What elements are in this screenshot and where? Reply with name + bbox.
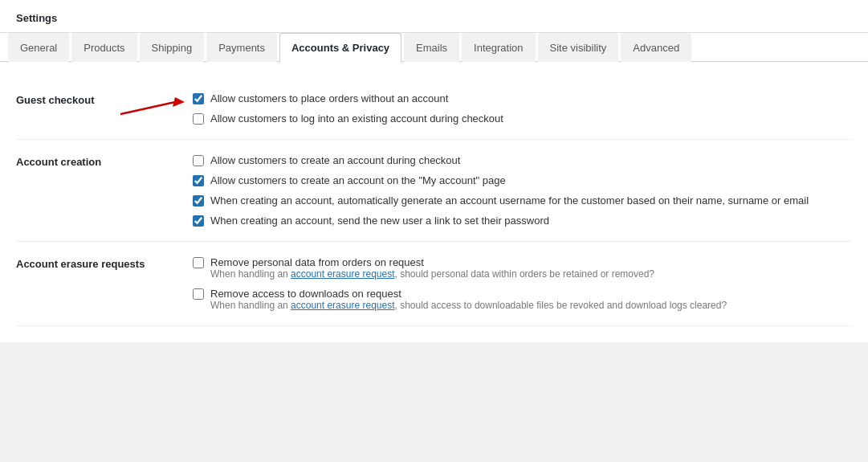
checkbox-label-guest_checkout_place_orders[interactable]: Allow customers to place orders without … [210, 92, 448, 104]
option-wrapper-guest_checkout_place_orders: Allow customers to place orders without … [193, 92, 852, 104]
page-title-bar: Settings [0, 0, 868, 33]
helper-link-erasure_downloads[interactable]: account erasure request [291, 300, 394, 311]
section-account_creation: Account creationAllow customers to creat… [16, 140, 852, 242]
tab-payments[interactable]: Payments [206, 33, 277, 62]
checkbox-row-account_create_my_account: Allow customers to create an account on … [193, 174, 852, 186]
helper-text-erasure_orders: When handling an account erasure request… [210, 268, 852, 280]
helper-link-erasure_orders[interactable]: account erasure request [291, 268, 394, 280]
checkbox-row-account_auto_username: When creating an account, automatically … [193, 194, 852, 206]
option-wrapper-guest_checkout_log_in: Allow customers to log into an existing … [193, 112, 852, 125]
checkbox-label-guest_checkout_log_in[interactable]: Allow customers to log into an existing … [210, 112, 503, 125]
option-wrapper-account_send_password_link: When creating an account, send the new u… [193, 215, 852, 227]
checkbox-label-account_send_password_link[interactable]: When creating an account, send the new u… [210, 215, 549, 227]
checkbox-row-erasure_downloads: Remove access to downloads on request [193, 288, 852, 300]
helper-text-erasure_downloads: When handling an account erasure request… [210, 300, 852, 311]
checkbox-row-erasure_orders: Remove personal data from orders on requ… [193, 256, 852, 268]
checkbox-account_create_my_account[interactable] [193, 175, 204, 186]
checkbox-guest_checkout_log_in[interactable] [193, 113, 204, 125]
section-guest_checkout: Guest checkoutAllow customers to place o… [16, 78, 852, 140]
tab-site-visibility[interactable]: Site visibility [538, 33, 619, 62]
tab-integration[interactable]: Integration [462, 33, 535, 62]
page-wrapper: Settings GeneralProductsShippingPayments… [0, 0, 868, 462]
tab-general[interactable]: General [8, 33, 69, 62]
section-controls-account_creation: Allow customers to create an account dur… [193, 154, 852, 227]
option-wrapper-account_create_my_account: Allow customers to create an account on … [193, 174, 852, 186]
settings-content: Guest checkoutAllow customers to place o… [0, 62, 868, 342]
checkbox-row-account_create_during_checkout: Allow customers to create an account dur… [193, 154, 852, 166]
option-wrapper-account_auto_username: When creating an account, automatically … [193, 194, 852, 206]
section-label-account_erasure: Account erasure requests [16, 256, 193, 311]
page-title: Settings [16, 12, 57, 24]
checkbox-account_send_password_link[interactable] [193, 215, 204, 227]
option-wrapper-account_create_during_checkout: Allow customers to create an account dur… [193, 154, 852, 166]
section-label-account_creation: Account creation [16, 154, 193, 227]
tab-emails[interactable]: Emails [404, 33, 459, 62]
section-account_erasure: Account erasure requestsRemove personal … [16, 242, 852, 326]
checkbox-erasure_downloads[interactable] [193, 288, 204, 300]
checkbox-label-erasure_orders[interactable]: Remove personal data from orders on requ… [210, 256, 424, 268]
checkbox-erasure_orders[interactable] [193, 257, 204, 268]
checkbox-label-account_auto_username[interactable]: When creating an account, automatically … [210, 194, 809, 206]
checkbox-row-guest_checkout_place_orders: Allow customers to place orders without … [193, 92, 852, 104]
tab-shipping[interactable]: Shipping [140, 33, 205, 62]
section-label-guest_checkout: Guest checkout [16, 92, 193, 125]
section-controls-guest_checkout: Allow customers to place orders without … [193, 92, 852, 125]
checkbox-row-guest_checkout_log_in: Allow customers to log into an existing … [193, 112, 852, 125]
checkbox-account_create_during_checkout[interactable] [193, 155, 204, 166]
checkbox-row-account_send_password_link: When creating an account, send the new u… [193, 215, 852, 227]
tab-accounts-privacy[interactable]: Accounts & Privacy [279, 33, 401, 62]
section-controls-account_erasure: Remove personal data from orders on requ… [193, 256, 852, 311]
tabs-nav: GeneralProductsShippingPaymentsAccounts … [0, 33, 868, 62]
option-wrapper-erasure_downloads: Remove access to downloads on requestWhe… [193, 288, 852, 311]
checkbox-label-account_create_during_checkout[interactable]: Allow customers to create an account dur… [210, 154, 460, 166]
option-wrapper-erasure_orders: Remove personal data from orders on requ… [193, 256, 852, 280]
checkbox-label-account_create_my_account[interactable]: Allow customers to create an account on … [210, 174, 506, 186]
tab-products[interactable]: Products [71, 33, 137, 62]
checkbox-account_auto_username[interactable] [193, 195, 204, 206]
checkbox-guest_checkout_place_orders[interactable] [193, 93, 204, 104]
tab-advanced[interactable]: Advanced [621, 33, 691, 62]
checkbox-label-erasure_downloads[interactable]: Remove access to downloads on request [210, 288, 401, 300]
